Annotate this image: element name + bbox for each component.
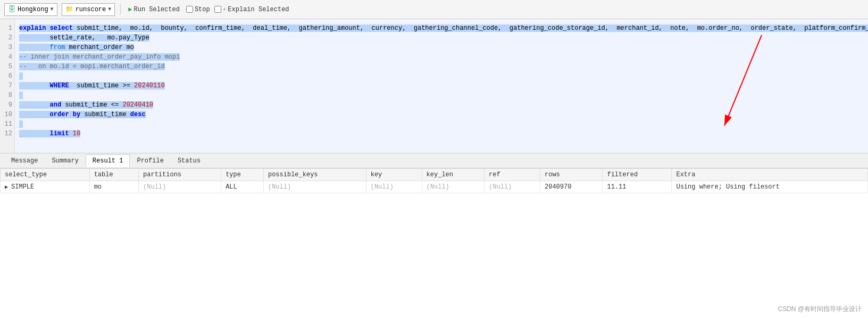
cell-partitions: (Null) [139, 181, 221, 193]
bottom-tabs: Message Summary Result 1 Profile Status [0, 153, 868, 168]
stop-checkbox-container[interactable]: Stop [186, 6, 210, 13]
results-section: Message Summary Result 1 Profile Status … [0, 153, 868, 318]
cell-key-len: (Null) [422, 181, 484, 193]
play-icon: ▶ [128, 5, 132, 13]
sql-editor[interactable]: 12345 678910 1112 explain select submit_… [0, 19, 868, 153]
tab-profile[interactable]: Profile [130, 154, 170, 167]
code-line-10: order by submit_time desc [19, 110, 864, 119]
watermark-text: CSDN @有时间指导毕业设计 [778, 305, 862, 313]
stop-label: Stop [195, 6, 210, 13]
col-rows: rows [540, 169, 603, 181]
code-line-9: and submit_time <= 20240410 [19, 100, 864, 110]
db-chevron-icon: ▼ [51, 6, 54, 12]
cell-type: ALL [221, 181, 264, 193]
col-table: table [89, 169, 138, 181]
db-label: Hongkong [18, 6, 48, 13]
watermark: CSDN @有时间指导毕业设计 [778, 305, 862, 314]
schema-chevron-icon: ▼ [108, 6, 111, 12]
code-line-6 [19, 71, 864, 81]
explain-checkbox[interactable] [214, 6, 221, 13]
table-header-row: select_type table partitions type possib… [1, 169, 868, 181]
code-line-12: limit 10 [19, 129, 864, 138]
cell-filtered: 11.11 [603, 181, 672, 193]
code-line-7: WHERE submit_time >= 20240110 [19, 81, 864, 91]
code-line-3: from merchant_order mo [19, 43, 864, 52]
explain-label: Explain Selected [228, 6, 289, 13]
code-line-5: -- on mo.id = mopi.merchant_order_id [19, 62, 864, 71]
tab-status[interactable]: Status [171, 154, 207, 167]
schema-label: runscore [76, 6, 106, 13]
row-indicator: ▶ [5, 184, 11, 190]
cell-table: mo [89, 181, 138, 193]
stop-checkbox[interactable] [186, 6, 193, 13]
toolbar: 🗄 Hongkong ▼ 📁 runscore ▼ ▶ Run Selected… [0, 0, 868, 19]
col-type: type [221, 169, 264, 181]
col-partitions: partitions [139, 169, 221, 181]
code-line-4: -- inner join merchant_order_pay_info mo… [19, 52, 864, 62]
col-ref: ref [485, 169, 540, 181]
col-possible-keys: possible_keys [263, 169, 366, 181]
cell-extra: Using where; Using filesort [672, 181, 868, 193]
tab-summary[interactable]: Summary [45, 154, 85, 167]
cell-select-type: ▶ SIMPLE [1, 181, 90, 193]
run-selected-label: Run Selected [133, 6, 179, 13]
db-selector[interactable]: 🗄 Hongkong ▼ [4, 3, 57, 16]
col-key: key [366, 169, 422, 181]
col-filtered: filtered [603, 169, 672, 181]
results-table: select_type table partitions type possib… [0, 168, 868, 193]
code-line-8 [19, 91, 864, 100]
cell-ref: (Null) [485, 181, 540, 193]
toolbar-divider-1 [120, 4, 121, 15]
tab-result1[interactable]: Result 1 [86, 154, 130, 167]
table-row: ▶ SIMPLE mo (Null) ALL (Null) (Null) (Nu… [1, 181, 868, 193]
col-extra: Extra [672, 169, 868, 181]
code-line-2: settle_rate, mo.pay_Type [19, 33, 864, 43]
cell-possible-keys: (Null) [263, 181, 366, 193]
cell-rows: 2040970 [540, 181, 603, 193]
run-selected-button[interactable]: ▶ Run Selected [126, 4, 182, 14]
main-window: 🗄 Hongkong ▼ 📁 runscore ▼ ▶ Run Selected… [0, 0, 868, 318]
col-key-len: key_len [422, 169, 484, 181]
explain-checkbox-container[interactable]: ⚡ Explain Selected [214, 6, 289, 13]
code-line-1: explain select submit_time, mo.id, bount… [19, 23, 864, 33]
schema-icon: 📁 [65, 5, 73, 13]
explain-icon: ⚡ [223, 6, 227, 13]
col-select-type: select_type [1, 169, 90, 181]
line-numbers: 12345 678910 1112 [0, 19, 15, 153]
schema-selector[interactable]: 📁 runscore ▼ [62, 3, 115, 16]
db-icon: 🗄 [8, 5, 15, 14]
cell-key: (Null) [366, 181, 422, 193]
results-area: select_type table partitions type possib… [0, 168, 868, 318]
code-area[interactable]: explain select submit_time, mo.id, bount… [15, 19, 868, 153]
tab-message[interactable]: Message [4, 154, 45, 167]
code-line-11 [19, 119, 864, 129]
